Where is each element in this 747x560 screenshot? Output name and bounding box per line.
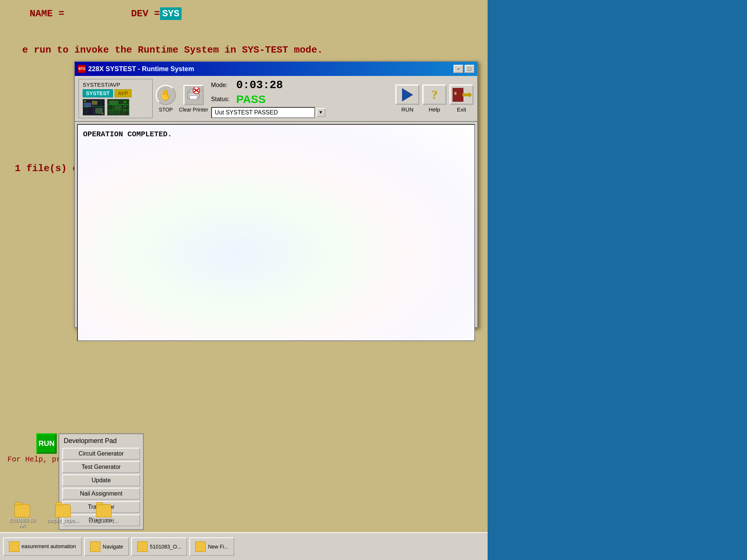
svg-rect-6 [92, 101, 97, 105]
svg-point-17 [124, 101, 126, 103]
stop-section: ✋ STOP [156, 85, 176, 113]
iridescent-overlay [78, 125, 474, 340]
systest-avp-section: SYSTEST/AVP SYSTEST AVP [79, 79, 153, 118]
mode-label: Mode: [211, 82, 233, 89]
exit-btn-label: Exit [457, 106, 466, 113]
stop-icon: ✋ [159, 89, 172, 101]
question-mark-icon: ? [431, 88, 438, 102]
status-value: PASS [236, 93, 266, 106]
run-side-button[interactable]: RUN [36, 433, 57, 454]
svg-rect-23 [190, 96, 197, 99]
desktop-icon-2[interactable]: 5101082-1... [85, 504, 122, 529]
run-button[interactable] [395, 84, 419, 105]
test-generator-btn[interactable]: Test Generator [62, 461, 140, 473]
clear-printer-button[interactable] [183, 85, 204, 105]
status-row: Status: PASS [211, 93, 392, 106]
dev-pad-title: Development Pad [62, 437, 140, 445]
help-button[interactable]: ? [422, 84, 446, 105]
clear-printer-label: Clear Printer [179, 107, 208, 113]
svg-rect-27 [453, 88, 463, 101]
maximize-btn[interactable]: □ [465, 65, 474, 73]
svg-point-7 [84, 100, 86, 102]
svg-rect-9 [96, 108, 103, 113]
pcb-icon-2 [107, 99, 129, 116]
nail-assignment-btn[interactable]: Nail Assignment [62, 488, 140, 500]
tab-avp[interactable]: AVP [114, 89, 132, 97]
desktop-icon-label-1: output_repo... [47, 517, 79, 523]
name-label: NAME = [30, 8, 64, 19]
main-window: RTS 228X SYSTEST - Runtime System − □ SY… [74, 61, 478, 328]
window-icon: RTS [78, 65, 86, 73]
svg-rect-28 [454, 92, 456, 95]
status-dropdown-row: Uut SYSTEST PASSED ▼ [211, 107, 392, 118]
systest-avp-title: SYSTEST/AVP [83, 81, 120, 88]
desktop-icon-label-0: 5101083-19 AK [9, 517, 35, 529]
right-blue-panel [488, 0, 747, 560]
circuit-generator-btn[interactable]: Circuit Generator [62, 448, 140, 460]
stop-label: STOP [159, 107, 173, 113]
mode-row: Mode: 0:03:28 [211, 79, 392, 91]
svg-rect-16 [114, 106, 121, 109]
status-label: Status: [211, 96, 233, 103]
exit-tool-section: Exit [449, 84, 474, 113]
svg-rect-15 [109, 101, 118, 104]
taskbar-item-1[interactable]: Navigate [84, 537, 129, 556]
stop-button[interactable]: ✋ [156, 85, 176, 105]
window-toolbar: SYSTEST/AVP SYSTEST AVP [75, 76, 477, 122]
status-dropdown[interactable]: Uut SYSTEST PASSED [211, 107, 315, 118]
taskbar-item-0[interactable]: easurement automation [3, 537, 82, 556]
help-btn-label: Help [429, 106, 440, 113]
dropdown-arrow-icon[interactable]: ▼ [316, 108, 325, 117]
taskbar-item-3[interactable]: New Fi... [189, 537, 234, 556]
exit-button[interactable] [449, 84, 474, 105]
taskbar-item-2[interactable]: 5101083_O... [131, 537, 187, 556]
pcb-icon-1 [83, 99, 105, 116]
circuit-icons [83, 99, 129, 116]
mode-status-section: Mode: 0:03:28 Status: PASS Uut SYSTEST P… [211, 79, 392, 118]
systest-avp-tabs: SYSTEST AVP [83, 89, 132, 97]
svg-rect-20 [109, 111, 120, 114]
title-bar: RTS 228X SYSTEST - Runtime System − □ [75, 62, 477, 76]
desktop-icon-1[interactable]: output_repo... [44, 504, 82, 529]
desktop-icon-label-2: 5101082-1... [89, 517, 119, 523]
title-bar-controls: − □ [454, 65, 474, 73]
help-tool-section: ? Help [422, 84, 446, 113]
tab-systest[interactable]: SYSTEST [83, 89, 113, 97]
window-title: 228X SYSTEST - Runtime System [88, 65, 451, 73]
right-toolbar: RUN ? Help Exit [395, 84, 474, 113]
svg-marker-29 [462, 92, 472, 98]
output-text: OPERATION COMPLETED. [83, 130, 469, 139]
desktop-icon-0[interactable]: 5101083-19 AK [4, 504, 41, 529]
mode-value: 0:03:28 [236, 79, 283, 91]
svg-point-18 [124, 106, 126, 107]
play-triangle-icon [402, 88, 413, 101]
run-tool-section: RUN [395, 84, 419, 113]
dev-label: DEV = [131, 8, 160, 19]
run-btn-label: RUN [401, 106, 414, 113]
desktop-icons-area: 5101083-19 AK output_repo... 5101082-1..… [4, 504, 122, 529]
update-btn[interactable]: Update [62, 474, 140, 486]
dev-highlight: SYS [160, 7, 182, 20]
svg-point-19 [124, 110, 126, 111]
output-area: OPERATION COMPLETED. [77, 124, 475, 341]
clear-printer-section: Clear Printer [179, 85, 208, 113]
minimize-btn[interactable]: − [454, 65, 463, 73]
